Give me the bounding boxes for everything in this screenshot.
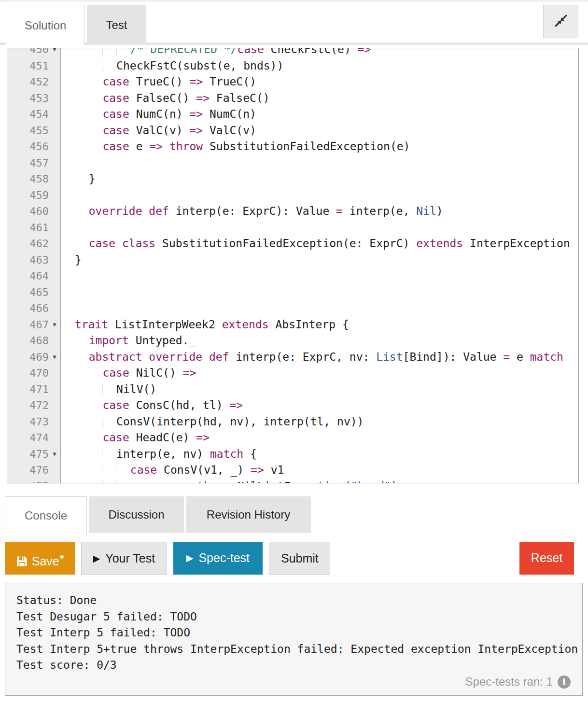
code-line[interactable]: interp(e, nv) match { <box>61 446 578 463</box>
gutter-line[interactable]: 452 <box>7 74 60 90</box>
code-line[interactable] <box>61 187 578 204</box>
gutter-line[interactable]: 475▾ <box>7 446 60 463</box>
reset-label: Reset <box>531 551 562 564</box>
gutter-line[interactable]: 468 <box>7 333 60 349</box>
play-icon: ▶ <box>186 542 194 574</box>
play-icon: ▶ <box>93 543 100 575</box>
fold-arrow-icon[interactable]: ▾ <box>50 48 59 58</box>
code-line[interactable] <box>61 284 578 301</box>
gutter-line[interactable]: 474 <box>7 430 60 446</box>
gutter-line[interactable]: 462 <box>7 236 60 252</box>
gutter-line[interactable]: 458 <box>7 171 60 187</box>
your-test-label: Your Test <box>105 551 155 565</box>
gutter-line[interactable]: 472 <box>7 397 60 414</box>
code-line[interactable]: case class SubstitutionFailedException(e… <box>61 236 578 252</box>
gutter-line[interactable]: 453 <box>7 90 60 107</box>
code-line[interactable]: case _ => throw NilListException("head") <box>61 479 578 484</box>
gutter-line[interactable]: 464 <box>7 268 60 284</box>
gutter-line[interactable]: 467▾ <box>7 317 60 333</box>
console-line: Test score: 0/3 <box>5 657 582 674</box>
code-line[interactable]: trait ListInterpWeek2 extends AbsInterp … <box>61 317 578 333</box>
reset-button[interactable]: Reset <box>519 542 574 575</box>
code-line[interactable]: /* DEPRECATED */case CheckFstC(e) => <box>61 48 578 58</box>
gutter-line[interactable]: 471 <box>7 381 60 398</box>
code-line[interactable]: case TrueC() => TrueC() <box>61 74 578 90</box>
console-output: Status: DoneTest Desugar 5 failed: TODOT… <box>5 583 582 674</box>
code-line[interactable]: case NilC() => <box>61 365 578 381</box>
tab-discussion[interactable]: Discussion <box>89 496 184 533</box>
code-line[interactable]: NilV() <box>61 381 578 398</box>
console-line: Status: Done <box>5 592 582 609</box>
spec-test-button[interactable]: ▶Spec-test <box>173 542 263 575</box>
fold-arrow-icon[interactable]: ▾ <box>50 349 59 366</box>
spec-test-label: Spec-test <box>198 551 250 564</box>
gutter-line[interactable]: 459 <box>7 187 60 204</box>
compress-icon <box>554 14 568 30</box>
tab-revision-history[interactable]: Revision History <box>186 496 311 533</box>
gutter-line[interactable]: 461 <box>7 220 60 236</box>
code-line[interactable] <box>61 300 578 317</box>
floppy-disk-icon <box>16 547 28 578</box>
unsaved-indicator: * <box>60 552 64 564</box>
top-hairline <box>0 0 588 2</box>
code-line[interactable]: ConsV(interp(hd, nv), interp(tl, nv)) <box>61 414 578 430</box>
your-test-button[interactable]: ▶Your Test <box>81 542 167 575</box>
spec-tests-ran-label: Spec-tests ran: 1 <box>465 675 553 689</box>
code-editor[interactable]: 450▾451452453454455456457458459460461462… <box>7 48 579 483</box>
code-line[interactable]: case e => throw SubstitutionFailedExcept… <box>61 139 578 155</box>
gutter-line[interactable]: 465 <box>7 284 60 301</box>
tab-test[interactable]: Test <box>87 5 146 45</box>
console-line: Test Interp 5+true throws InterpExceptio… <box>5 641 582 658</box>
code-line[interactable]: case ConsC(hd, tl) => <box>61 397 578 414</box>
code-line[interactable]: case NumC(n) => NumC(n) <box>61 106 578 123</box>
gutter-line[interactable]: 460 <box>7 203 60 220</box>
code-line[interactable] <box>61 220 578 236</box>
tab-console[interactable]: Console <box>5 496 87 535</box>
code-line[interactable]: case ConsV(v1, _) => v1 <box>61 462 578 479</box>
code-line[interactable] <box>61 155 578 171</box>
code-line[interactable]: CheckFstC(subst(e, bnds)) <box>61 58 578 74</box>
gutter-line[interactable]: 455 <box>7 123 60 139</box>
info-circle-icon[interactable]: i <box>558 676 571 689</box>
submit-label: Submit <box>281 551 319 565</box>
fold-arrow-icon[interactable]: ▾ <box>50 317 59 333</box>
gutter-line[interactable]: 470 <box>7 365 60 381</box>
gutter-line[interactable]: 451 <box>7 58 60 74</box>
gutter-line[interactable]: 456 <box>7 139 60 155</box>
console-panel: Status: DoneTest Desugar 5 failed: TODOT… <box>5 583 583 696</box>
code-line[interactable]: override def interp(e: ExprC): Value = i… <box>61 203 578 220</box>
code-line[interactable] <box>61 268 578 284</box>
submit-button[interactable]: Submit <box>269 542 330 575</box>
collapse-editor-button[interactable] <box>543 5 578 38</box>
gutter-line[interactable]: 454 <box>7 106 60 123</box>
tab-solution[interactable]: Solution <box>6 5 85 45</box>
gutter-line[interactable]: 463 <box>7 252 60 268</box>
code-line[interactable]: case HeadC(e) => <box>61 430 578 446</box>
gutter[interactable]: 450▾451452453454455456457458459460461462… <box>7 48 61 483</box>
code-lines[interactable]: /* DEPRECATED */case CheckFstC(e) => Che… <box>61 48 578 483</box>
gutter-line[interactable]: 469▾ <box>7 349 60 366</box>
code-line[interactable]: case FalseC() => FalseC() <box>61 90 578 107</box>
save-label: Save <box>32 554 59 568</box>
console-line: Test Interp 5 failed: TODO <box>5 625 582 641</box>
fold-arrow-icon[interactable]: ▾ <box>50 446 59 463</box>
gutter-line[interactable]: 450▾ <box>7 48 60 58</box>
gutter-line[interactable]: 466 <box>7 300 60 317</box>
code-line[interactable]: } <box>61 171 578 187</box>
code-line[interactable]: case ValC(v) => ValC(v) <box>61 123 578 139</box>
code-line[interactable]: import Untyped._ <box>61 333 578 349</box>
gutter-line[interactable]: 457 <box>7 155 60 171</box>
code-line[interactable]: } <box>61 252 578 268</box>
gutter-line[interactable]: 473 <box>7 414 60 430</box>
console-line: Test Desugar 5 failed: TODO <box>5 609 582 625</box>
gutter-line[interactable]: 476 <box>7 462 60 479</box>
gutter-line[interactable]: 477 <box>7 479 60 484</box>
code-line[interactable]: abstract override def interp(e: ExprC, n… <box>61 349 578 366</box>
save-button[interactable]: Save* <box>5 542 75 575</box>
toolbar: Save* ▶Your Test ▶Spec-test Submit Reset <box>5 542 583 575</box>
